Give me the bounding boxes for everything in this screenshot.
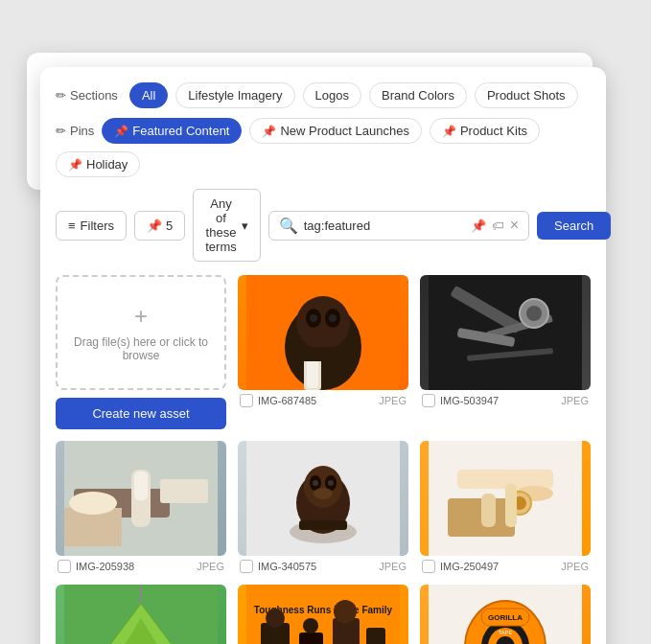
upload-zone[interactable]: + Drag file(s) here or click to browse [56,275,226,390]
svg-rect-52 [299,632,323,644]
asset-footer-4: IMG-340575 JPEG [238,560,408,573]
terms-label: Any of these terms [205,196,237,254]
asset-svg-5 [420,441,591,556]
svg-point-5 [310,314,317,322]
pin-product-kits[interactable]: 📌 Product Kits [430,118,540,144]
svg-point-55 [266,609,285,628]
filter-button[interactable]: ≡ Filters [56,211,127,241]
pin-icon-new: 📌 [262,125,276,138]
svg-rect-36 [457,470,553,489]
asset-footer-5: IMG-250497 JPEG [420,560,591,573]
asset-svg-3 [56,441,226,556]
pin-icon-search: 📌 [471,218,486,233]
asset-image-1[interactable] [238,275,408,390]
tab-all[interactable]: All [129,82,168,108]
pin-icon-holiday: 📌 [68,158,82,172]
count-value: 5 [166,218,173,233]
svg-point-22 [69,492,117,515]
asset-grid: + Drag file(s) here or click to browse C… [56,275,591,644]
drag-label: Drag file(s) here or click to browse [58,335,224,362]
asset-image-4[interactable] [238,441,408,556]
nav-row: ✏ Sections All Lifestyle Imagery Logos B… [56,82,591,108]
asset-svg-2 [420,275,591,390]
pin-holiday[interactable]: 📌 Holiday [56,151,140,177]
svg-text:GORILLA: GORILLA [488,613,523,622]
svg-point-2 [296,296,350,350]
checkbox-3[interactable] [58,560,71,573]
search-input-wrap: 🔍 📌 🏷 × [268,211,529,241]
svg-rect-40 [481,494,496,527]
terms-select[interactable]: Any of these terms ▾ [193,189,261,262]
tag-icon: 🏷 [492,218,504,233]
asset-footer-3: IMG-205938 JPEG [56,560,226,573]
svg-point-31 [328,480,334,486]
svg-point-57 [334,600,357,623]
asset-cell-3: IMG-205938 JPEG [56,441,226,573]
asset-cell-5: IMG-250497 JPEG [420,441,591,573]
search-input[interactable] [304,218,465,233]
svg-point-56 [303,618,318,633]
pin-icon-kits: 📌 [442,125,456,138]
asset-name-1: IMG-687485 [258,395,316,406]
upload-column: + Drag file(s) here or click to browse C… [56,275,226,429]
chevron-icon: ▾ [242,218,248,233]
plus-icon: + [134,303,148,330]
checkbox-4[interactable] [240,560,253,573]
pin-featured-label: Featured Content [132,124,229,138]
svg-point-27 [304,466,342,508]
sections-label: ✏ Sections [56,88,118,103]
asset-footer-2: IMG-503947 JPEG [420,394,591,407]
tab-brand-colors[interactable]: Brand Colors [369,82,467,108]
create-asset-button[interactable]: Create new asset [56,398,226,429]
tab-lifestyle[interactable]: Lifestyle Imagery [175,82,294,108]
search-button[interactable]: Search [537,212,611,240]
asset-image-7[interactable]: Toughness Runs in the Family GORILLA [238,585,408,644]
filter-label: Filters [81,218,114,233]
asset-type-5: JPEG [561,561,589,572]
checkbox-2[interactable] [422,394,435,407]
pin-featured[interactable]: 📌 Featured Content [102,118,242,144]
asset-name-4: IMG-340575 [258,561,316,572]
asset-image-5[interactable] [420,441,591,556]
asset-cell-7: Toughness Runs in the Family GORILLA IMG… [238,585,408,644]
asset-image-8[interactable]: GORILLA TAPE [420,585,591,644]
svg-rect-23 [160,479,208,503]
pin-new-label: New Product Launches [280,124,408,138]
pin-kits-label: Product Kits [460,124,527,138]
tab-logos[interactable]: Logos [303,82,361,108]
svg-rect-33 [299,520,347,530]
asset-type-4: JPEG [379,561,407,572]
asset-image-6[interactable] [56,585,226,644]
sections-text: Sections [70,88,118,103]
svg-rect-41 [505,484,517,527]
asset-image-3[interactable] [56,441,226,556]
asset-type-2: JPEG [561,395,589,406]
checkbox-1[interactable] [240,394,253,407]
checkbox-5[interactable] [422,560,435,573]
pin-new-launches[interactable]: 📌 New Product Launches [249,118,421,144]
pins-label: ✏ Pins [56,124,94,138]
svg-point-15 [526,306,542,321]
asset-cell-4: IMG-340575 JPEG [238,441,408,573]
svg-point-32 [314,488,333,499]
pins-text: Pins [70,124,94,138]
asset-name-5: IMG-250497 [440,561,499,572]
pencil-icon: ✏ [56,88,66,103]
asset-name-3: IMG-205938 [76,561,134,572]
close-icon[interactable]: × [510,217,519,234]
search-row: ≡ Filters 📌 5 Any of these terms ▾ 🔍 📌 🏷… [56,189,591,262]
asset-svg-1 [238,275,408,390]
svg-point-30 [313,480,318,486]
svg-point-6 [329,314,337,322]
count-badge[interactable]: 📌 5 [134,211,185,241]
asset-svg-6 [56,585,226,644]
asset-svg-4 [238,441,408,556]
pins-row: ✏ Pins 📌 Featured Content 📌 New Product … [56,118,591,177]
asset-type-1: JPEG [379,395,407,406]
tab-product-shots[interactable]: Product Shots [475,82,578,108]
asset-footer-1: IMG-687485 JPEG [238,394,408,407]
asset-svg-8: GORILLA TAPE [420,585,591,644]
asset-image-2[interactable] [420,275,591,390]
asset-cell-6: IMG-275039 JPEG [56,585,226,644]
pencil-icon-pins: ✏ [56,124,66,138]
